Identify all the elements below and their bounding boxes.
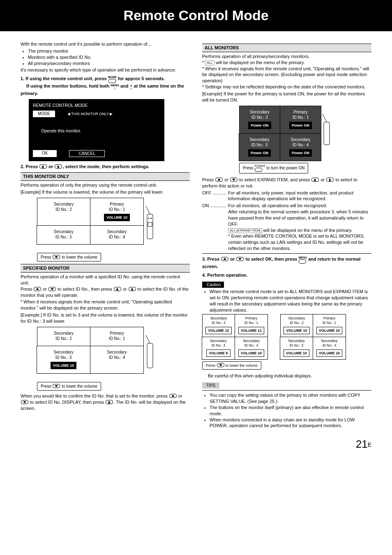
grid-cell: Secondary ID No.: 2 — [37, 198, 90, 226]
up-button-icon — [221, 257, 228, 261]
t: Press — [21, 287, 32, 291]
on-body3: will be displayed on the menu of the pri… — [263, 228, 353, 233]
intro-item: Monitors with a specified ID No. — [28, 54, 190, 60]
step-1: 1. If using the remote control unit, pre… — [21, 76, 190, 97]
cell-id: ID No.: 1 — [92, 207, 142, 213]
step-3: 3. Press or to select OK, then press MEN… — [202, 256, 371, 270]
t: or — [230, 257, 235, 261]
osd-screen: REMOTE CONTROL MODE MODE ◀ THIS MONITOR … — [29, 99, 164, 161]
menu-button-icon — [299, 259, 306, 264]
right-button-icon — [55, 164, 62, 169]
grid-cell: Secondary ID No.: 4 — [90, 346, 144, 374]
cell-title: Primary — [92, 331, 142, 336]
osd-cancel: CANCEL — [69, 150, 105, 157]
volume-badge: VOLUME 10 — [51, 362, 76, 369]
svg-line-8 — [323, 114, 327, 122]
cell-id: ID No.: 3 — [241, 142, 278, 148]
expand-line: Press or to select EXPAND ITEM, and pres… — [202, 177, 371, 189]
all-n3: * Settings may not be reflected dependin… — [202, 84, 371, 90]
svg-line-1 — [146, 206, 150, 214]
press-row: Press to lower the volume — [37, 382, 101, 391]
grid-cell: Secondary ID No.: 2 Power ON — [239, 106, 280, 134]
on-body: For all monitors, all operations will be… — [228, 203, 371, 209]
cell-title: Secondary — [92, 349, 142, 355]
svg-rect-7 — [324, 122, 330, 145]
step-4: 4. Perform operation. — [202, 272, 371, 278]
remote-icon — [321, 106, 333, 155]
cell-id: ID No.: 4 — [282, 142, 319, 148]
t: or — [321, 177, 325, 182]
all-monitors-head: ALL MONITORS — [202, 44, 371, 52]
cell-title: Secondary — [39, 331, 88, 336]
t: or — [178, 393, 182, 398]
grid-cell: Secondary ID No.: 2 — [37, 327, 90, 346]
t: to select ID No., then press — [58, 287, 112, 291]
cell-title: Secondary — [282, 137, 319, 143]
step1-text: If using the remote control unit, press — [25, 76, 106, 81]
up-button-icon — [215, 178, 223, 182]
page-number: 21E — [21, 437, 371, 451]
right-column: ALL MONITORS Performs operation of all p… — [202, 41, 371, 430]
down-button-icon — [21, 400, 28, 404]
cell-title: Secondary — [39, 349, 88, 355]
this-monitor-p1: Performs operation of only the primary u… — [21, 182, 190, 188]
page-no-value: 21 — [356, 438, 368, 450]
cell-title: Secondary — [241, 109, 278, 115]
all-example: [Example] If the power for the primary i… — [202, 91, 371, 103]
step2-text: Press — [25, 164, 38, 169]
osd-body: Operate this monitor. — [41, 128, 160, 134]
press-row: Press POWER to turn the power ON — [239, 163, 308, 173]
press-row: Press to lower the volume — [37, 253, 101, 262]
grid-cell: PrimaryID No.: 1VOLUME 11 — [235, 314, 268, 337]
t: * — [202, 60, 204, 65]
osd-mode: MODE — [33, 111, 55, 117]
power-label: POWER — [254, 164, 265, 167]
cell-id: ID No.: 2 — [39, 336, 88, 342]
cell-id: ID No.: 1 — [282, 115, 319, 120]
this-monitor-example: [Example] If the volume is lowered, the … — [21, 189, 190, 195]
grid-cell: SecondaryID No.: 3VOLUME 10 — [280, 337, 313, 360]
caution-body: When the remote control mode is set to A… — [210, 289, 371, 313]
off-body: For all monitors, only power, input mode… — [226, 190, 371, 202]
menu-icon-label: MENU — [298, 256, 307, 259]
specified-confirm: When you would like to confirm the ID No… — [21, 393, 190, 412]
t: Press — [202, 177, 214, 182]
page-title: Remote Control Mode — [123, 6, 268, 25]
cell-id: ID No.: 1 — [92, 336, 142, 342]
cell-id: ID No.: 3 — [39, 234, 88, 240]
cell-title: Secondary — [39, 201, 88, 207]
tip-item: When monitors connected in a daisy chain… — [210, 417, 371, 429]
grid-cell: Secondary ID No.: 4 — [90, 225, 144, 245]
intro-item: The primary monitor — [28, 48, 190, 54]
step1b-text: If using the monitor buttons, hold both — [26, 83, 109, 88]
press-label: Press — [41, 255, 51, 259]
up-button-icon — [34, 287, 41, 291]
t: to select ID No. DISPLAY, then press — [30, 400, 104, 405]
t: Press — [206, 363, 215, 368]
grid-cell: SecondaryID No.: 3VOLUME 9 — [202, 337, 235, 360]
specified-diagram: Secondary ID No.: 2 Primary ID No.: 1 Se… — [37, 327, 190, 391]
caution-block: Caution When the remote control mode is … — [202, 278, 371, 379]
specified-p2: Press or to select ID No., then press or… — [21, 286, 190, 298]
specified-p1: Performs operation of a monitor with a s… — [21, 274, 190, 286]
cell-id: ID No.: 4 — [92, 355, 142, 361]
off-row: OFF ........... For all monitors, only p… — [202, 190, 371, 202]
intro-text: With the remote control unit it's possib… — [21, 41, 190, 47]
grid-cell: Secondary ID No.: 4 Power ON — [280, 133, 321, 161]
remote-icon — [144, 327, 156, 380]
right-button-icon — [326, 178, 334, 182]
press-label: Press — [41, 384, 51, 388]
on-body2: After returning to the normal screen wit… — [228, 209, 371, 227]
all-n1: * ALL will be displayed on the menu of t… — [202, 60, 371, 66]
down-button-icon — [230, 178, 238, 182]
down-button-icon — [217, 363, 224, 367]
t: will be displayed on the menu of the pri… — [216, 60, 305, 65]
t: or — [123, 287, 127, 291]
left-button-icon — [311, 178, 319, 182]
osd-ok: OK — [33, 150, 57, 157]
intro-item: All primary/secondary monitors — [28, 60, 190, 67]
on-body3-line: ALL [EXPAND ITEM] will be displayed on t… — [228, 227, 371, 234]
cell-title: Primary — [92, 201, 142, 207]
separator — [202, 390, 371, 391]
t: Press — [207, 257, 219, 261]
